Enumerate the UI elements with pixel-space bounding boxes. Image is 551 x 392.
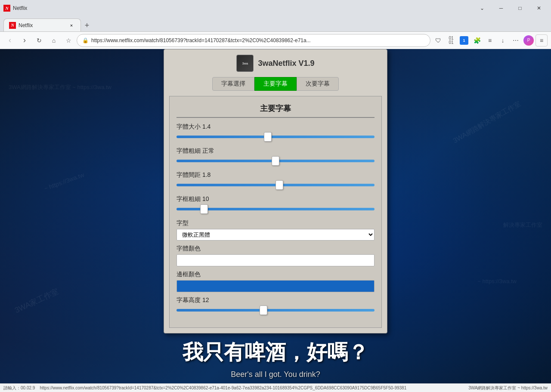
tab-primary-subtitle[interactable]: 主要字幕	[254, 77, 297, 91]
border-color-row: 邊框顏色	[176, 271, 375, 292]
letter-spacing-row: 字體間距 1.8	[176, 171, 375, 189]
toolbar-icons: 🛡 0101 1 🧩 ≡ ↓ ⋯ P ≡	[432, 34, 548, 46]
close-button[interactable]: ✕	[530, 2, 548, 15]
menu-button[interactable]: ≡	[536, 34, 548, 46]
popup-header: 3wa 3waNetflix V1.9	[169, 55, 382, 72]
font-select-row: 字型 微軟正黑體 新細明體 標楷體 Arial Times New Roman	[176, 219, 375, 241]
border-color-box[interactable]	[176, 280, 375, 292]
bookmark-button[interactable]: ☆	[62, 34, 75, 47]
status-right: 3WA網路解決專家工作室 ~ https://3wa.tw	[468, 385, 548, 391]
font-select-label: 字型	[176, 219, 375, 227]
puzzle-button[interactable]: 🧩	[471, 34, 483, 46]
content-title: 主要字幕	[176, 103, 375, 118]
font-weight-label: 字體粗細 正常	[176, 147, 375, 155]
border-color-label: 邊框顏色	[176, 271, 375, 278]
browser-chrome: N Netflix ⌄ ─ □ ✕ N Netflix × + ‹ › ↻ ⌂ …	[0, 0, 551, 49]
tab-favicon: N	[9, 22, 16, 29]
download-button[interactable]: ↓	[497, 34, 509, 46]
subtitle-height-row: 字幕高度 12	[176, 296, 375, 315]
tab-label: Netflix	[19, 22, 33, 28]
more-button[interactable]: ⋯	[510, 34, 522, 46]
shield-icon-button[interactable]: 🛡	[432, 34, 444, 46]
subtitle-height-slider-container	[176, 306, 375, 315]
nav-bar: ‹ › ↻ ⌂ ☆ 🔒 🛡 0101 1 🧩 ≡ ↓ ⋯ P ≡	[0, 32, 551, 49]
minimize-button[interactable]: ─	[492, 2, 510, 15]
subtitle-main: 我只有啤酒，好嗎？	[0, 339, 551, 366]
letter-spacing-label: 字體間距 1.8	[176, 171, 375, 179]
font-color-row: 字體顏色	[176, 245, 375, 266]
border-width-slider-container	[176, 205, 375, 213]
tab-bar: N Netflix × +	[0, 16, 551, 32]
status-url: https://www.netflix.com/watch/81056739?t…	[40, 386, 407, 390]
status-time: 請輸入：00.02.9	[3, 386, 35, 390]
status-bar: 請輸入：00.02.9 https://www.netflix.com/watc…	[0, 383, 551, 392]
status-left: 請輸入：00.02.9 https://www.netflix.com/watc…	[3, 385, 464, 391]
font-weight-slider-container	[176, 157, 375, 165]
maximize-button[interactable]: □	[511, 2, 529, 15]
content-area: 主要字幕 字體大小 1.4 字體粗細 正常 字體間距 1.8	[169, 96, 382, 328]
app-title: 3waNetflix V1.9	[258, 59, 314, 68]
title-bar-left: N Netflix	[3, 5, 27, 12]
ext1-icon: 1	[460, 36, 468, 45]
browser-tab-netflix[interactable]: N Netflix ×	[3, 19, 81, 31]
reload-button[interactable]: ↻	[33, 34, 46, 47]
ext1-button[interactable]: 1	[458, 34, 470, 46]
back-button[interactable]: ‹	[3, 34, 16, 47]
font-color-label: 字體顏色	[176, 245, 375, 253]
netflix-favicon: N	[3, 5, 10, 12]
font-select[interactable]: 微軟正黑體 新細明體 標楷體 Arial Times New Roman	[176, 229, 375, 241]
font-size-slider-container	[176, 133, 375, 141]
new-tab-button[interactable]: +	[81, 19, 93, 31]
font-color-box[interactable]	[176, 254, 375, 266]
title-bar: N Netflix ⌄ ─ □ ✕	[0, 0, 551, 16]
watermark-1: 3WA網路解決專家工作室 ~ https://3wa.tw	[9, 83, 111, 91]
border-width-row: 字框粗細 10	[176, 195, 375, 213]
font-weight-row: 字體粗細 正常	[176, 147, 375, 165]
tab-subtitle-select[interactable]: 字幕選擇	[212, 77, 254, 91]
profile-button[interactable]: P	[523, 34, 535, 46]
forward-button[interactable]: ›	[18, 34, 31, 47]
list-button[interactable]: ≡	[484, 34, 496, 46]
tab-secondary-subtitle[interactable]: 次要字幕	[297, 77, 339, 91]
font-size-row: 字體大小 1.4	[176, 123, 375, 141]
watermark-6: ~ https://3wa.tw	[477, 278, 517, 284]
tab-close-button[interactable]: ×	[68, 22, 75, 29]
profile-avatar: P	[523, 35, 534, 46]
subtitle-height-label: 字幕高度 12	[176, 296, 375, 304]
font-size-label: 字體大小 1.4	[176, 123, 375, 131]
border-width-label: 字框粗細 10	[176, 195, 375, 203]
lock-icon: 🔒	[82, 37, 89, 43]
subtitle-secondary: Beer's all I got. You drink?	[0, 370, 551, 379]
home-button[interactable]: ⌂	[47, 34, 60, 47]
address-bar[interactable]	[91, 37, 425, 43]
letter-spacing-slider-container	[176, 181, 375, 189]
app-logo: 3wa	[236, 55, 254, 72]
window-controls: ⌄ ─ □ ✕	[474, 2, 548, 15]
watermark-4: 解決專家工作室	[503, 221, 542, 229]
app-logo-inner: 3wa	[237, 56, 253, 71]
address-bar-container: 🔒	[77, 34, 430, 47]
tab-buttons: 字幕選擇 主要字幕 次要字幕	[169, 77, 382, 91]
popup-panel: 3wa 3waNetflix V1.9 字幕選擇 主要字幕 次要字幕 主要字幕 …	[164, 49, 387, 333]
collapse-button[interactable]: ⌄	[474, 2, 491, 15]
bits-button[interactable]: 0101	[445, 34, 457, 46]
tab-title: Netflix	[13, 5, 27, 11]
